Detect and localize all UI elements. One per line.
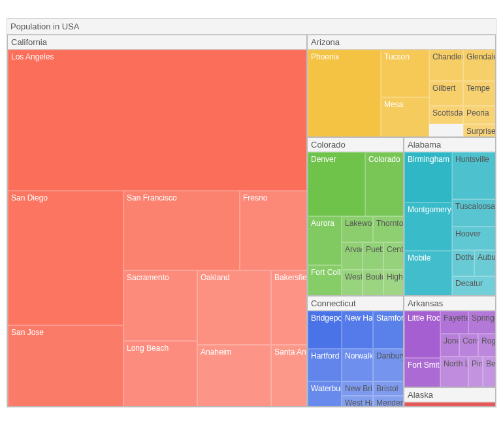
city-cell[interactable]: Aurora <box>308 216 342 265</box>
city-cell[interactable]: Chandler <box>429 50 463 81</box>
city-cell[interactable]: Peoria <box>463 106 496 124</box>
state-arkansas[interactable]: ArkansasLittle RockFort SmithFayettevill… <box>404 296 496 387</box>
treemap-body: CaliforniaLos AngelesSan DiegoSan JoseSa… <box>7 35 496 407</box>
city-cell[interactable]: Jonesboro <box>440 334 459 357</box>
state-body: Little RockFort SmithFayettevilleSpringd… <box>404 311 495 387</box>
city-cell[interactable]: Bristol <box>373 381 404 396</box>
state-alabama[interactable]: AlabamaBirminghamMontgomeryMobileHuntsvi… <box>404 137 496 296</box>
city-cell[interactable]: Tucson <box>381 50 429 97</box>
city-cell[interactable]: Birmingham <box>404 152 452 202</box>
city-cell[interactable]: New Haven <box>342 311 373 349</box>
city-cell[interactable]: Westminster <box>342 270 363 296</box>
state-body: BridgeportNew HavenStamfordHartfordWater… <box>308 311 403 407</box>
city-cell[interactable]: Meriden <box>373 396 404 407</box>
city-cell[interactable]: Thornton <box>373 216 404 242</box>
state-header: California <box>8 35 306 50</box>
city-cell[interactable]: Rogers <box>478 334 496 357</box>
city-cell[interactable]: Mesa <box>381 97 429 137</box>
city-cell[interactable]: Hartford <box>308 349 342 381</box>
state-connecticut[interactable]: ConnecticutBridgeportNew HavenStamfordHa… <box>307 296 404 407</box>
city-cell[interactable]: Auburn <box>474 250 496 276</box>
city-cell[interactable]: Los Angeles <box>8 50 307 191</box>
city-cell[interactable]: Bentonville <box>483 357 496 387</box>
city-cell[interactable]: Arvada <box>342 242 363 270</box>
city-cell[interactable]: Tuscaloosa <box>452 199 496 227</box>
city-cell[interactable]: West Hartford <box>342 396 373 407</box>
state-body: BirminghamMontgomeryMobileHuntsvilleTusc… <box>404 152 495 296</box>
state-colorado[interactable]: ColoradoDenverColorado SpringsAuroraFort… <box>307 137 404 296</box>
city-cell[interactable]: Highlands Ranch <box>383 270 404 296</box>
city-cell[interactable]: Little Rock <box>404 311 440 358</box>
city-cell[interactable]: Waterbury <box>308 381 342 407</box>
city-cell[interactable]: Conway <box>459 334 478 357</box>
city-cell[interactable]: Scottsdale <box>429 106 463 124</box>
city-cell[interactable]: Glendale <box>463 50 496 81</box>
state-alaska[interactable]: AlaskaAnchorage <box>404 387 496 407</box>
city-cell[interactable]: Santa Ana <box>271 345 307 407</box>
city-cell[interactable]: Colorado Springs <box>365 152 404 216</box>
state-body: Anchorage <box>404 402 495 407</box>
city-cell[interactable]: Lakewood <box>342 216 373 242</box>
city-cell[interactable]: Surprise <box>463 124 496 137</box>
state-body: DenverColorado SpringsAuroraFort Collins… <box>308 152 403 296</box>
city-cell[interactable]: Dothan <box>452 250 474 276</box>
city-cell[interactable]: Norwalk <box>342 349 373 381</box>
city-cell[interactable]: San Jose <box>8 325 123 407</box>
city-cell[interactable]: Pine Bluff <box>468 357 483 387</box>
city-cell[interactable]: Pueblo <box>363 242 383 270</box>
city-cell[interactable]: New Britain <box>342 381 373 396</box>
state-header: Arizona <box>308 35 495 50</box>
city-cell[interactable]: Boulder <box>363 270 383 296</box>
city-cell[interactable]: Anaheim <box>197 345 271 407</box>
city-cell[interactable]: Stamford <box>373 311 404 349</box>
state-header: Alabama <box>404 138 495 152</box>
city-cell[interactable]: Montgomery <box>404 202 452 251</box>
city-cell[interactable]: Phoenix <box>308 50 381 137</box>
state-header: Colorado <box>308 138 403 152</box>
city-cell[interactable]: Hoover <box>452 227 496 250</box>
treemap-chart: Population in USA CaliforniaLos AngelesS… <box>7 18 496 408</box>
city-cell[interactable]: Sacramento <box>123 270 197 341</box>
city-cell[interactable]: Mobile <box>404 251 452 296</box>
city-cell[interactable]: San Diego <box>8 191 123 325</box>
city-cell[interactable]: Danbury <box>373 349 404 381</box>
state-body: PhoenixTucsonMesaChandlerGlendaleGilbert… <box>308 50 495 137</box>
city-cell[interactable]: Oakland <box>197 270 271 345</box>
city-cell[interactable]: Bakersfield <box>271 270 307 345</box>
state-california[interactable]: CaliforniaLos AngelesSan DiegoSan JoseSa… <box>7 35 307 407</box>
state-header: Arkansas <box>404 296 495 311</box>
city-cell[interactable]: Bridgeport <box>308 311 342 349</box>
city-cell[interactable]: Fresno <box>240 191 307 270</box>
city-cell[interactable]: Fort Smith <box>404 358 440 387</box>
city-cell[interactable]: Tempe <box>463 81 496 106</box>
city-cell[interactable]: Centennial <box>383 242 404 270</box>
state-header: Connecticut <box>308 296 403 311</box>
city-cell[interactable]: Fort Collins <box>308 265 342 296</box>
city-cell[interactable]: Huntsville <box>452 152 496 199</box>
city-cell[interactable]: Anchorage <box>404 402 496 407</box>
city-cell[interactable]: Long Beach <box>123 341 197 407</box>
state-header: Alaska <box>404 388 495 402</box>
city-cell[interactable]: North Little Rock <box>440 357 468 387</box>
city-cell[interactable]: Decatur <box>452 276 496 296</box>
state-arizona[interactable]: ArizonaPhoenixTucsonMesaChandlerGlendale… <box>307 35 496 137</box>
city-cell[interactable]: Denver <box>308 152 365 216</box>
city-cell[interactable]: Springdale <box>468 311 496 334</box>
chart-title: Population in USA <box>7 19 496 35</box>
city-cell[interactable]: San Francisco <box>123 191 240 270</box>
city-cell[interactable]: Fayetteville <box>440 311 468 334</box>
city-cell[interactable]: Gilbert <box>429 81 463 106</box>
state-body: Los AngelesSan DiegoSan JoseSan Francisc… <box>8 50 306 407</box>
